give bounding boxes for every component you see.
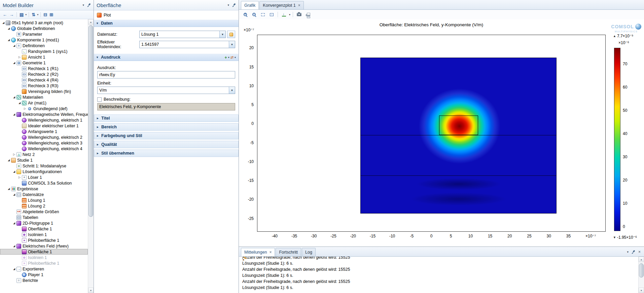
messages-tab-log[interactable]: Log: [302, 248, 316, 256]
section-qualität[interactable]: ▸Qualität: [94, 141, 239, 148]
tree-item[interactable]: Isolinien 1: [0, 255, 88, 260]
reorder-button[interactable]: ⇅: [31, 12, 36, 17]
zoom-box-button[interactable]: [259, 11, 266, 18]
tree-item[interactable]: ◢Löserkonfigurationen: [0, 169, 88, 174]
switch-dataset-button[interactable]: [227, 31, 235, 38]
replace-expression-icon[interactable]: ⇄: [230, 56, 234, 59]
ausdruck-input[interactable]: [97, 71, 235, 78]
tree-item[interactable]: Tabellen: [0, 215, 88, 220]
close-tab-icon[interactable]: ×: [298, 3, 300, 8]
collapse-arrow-icon[interactable]: ◢: [7, 187, 11, 190]
pin-icon[interactable]: [632, 250, 635, 254]
collapse-arrow-icon[interactable]: ◢: [12, 96, 16, 99]
tree-item[interactable]: Lösung 1: [0, 197, 88, 203]
collapse-arrow-icon[interactable]: ◢: [12, 44, 16, 47]
tree-item[interactable]: Wellengleichung, elektrisch 1: [0, 117, 88, 123]
tree-item[interactable]: ◢Ergebnisse: [0, 186, 88, 192]
scroll-down-icon[interactable]: ▼: [88, 288, 94, 293]
collapse-arrow-icon[interactable]: ◢: [1, 21, 5, 24]
tree-scrollbar[interactable]: ▲ ▼: [88, 19, 94, 293]
panel-menu-icon[interactable]: ▾: [82, 3, 84, 7]
pin-icon[interactable]: [87, 3, 91, 7]
tree-item[interactable]: ◢Elektrisches Feld (rfwev): [0, 243, 88, 249]
scroll-down-icon[interactable]: ▼: [639, 288, 644, 293]
snapshot-button[interactable]: [295, 11, 303, 18]
datensatz-select[interactable]: Lösung 1 ▼: [139, 31, 226, 38]
tree-item[interactable]: ▷Grundlegend (def): [0, 106, 88, 111]
tree-item[interactable]: ◢Datensätze: [0, 192, 88, 197]
plot-button[interactable]: Plot: [94, 10, 239, 20]
tree-item[interactable]: ◢Exportieren: [0, 266, 88, 272]
tree-item[interactable]: ◢Materialien: [0, 94, 88, 100]
expand-all-button[interactable]: ⊞: [49, 12, 54, 17]
tree-item[interactable]: Randsystem 1 (sys1): [0, 48, 88, 54]
section-stil-übernehmen[interactable]: ▸Stil übernehmen: [94, 150, 239, 157]
tree-item[interactable]: Pfeiloberfläche 1: [0, 260, 88, 266]
zoom-extents-button[interactable]: [268, 11, 275, 18]
graphics-tab-grafik[interactable]: Grafik: [241, 1, 259, 9]
tree-item[interactable]: ◢2D-Plotgruppe 1: [0, 220, 88, 226]
collapse-arrow-icon[interactable]: ◢: [7, 38, 11, 41]
dropdown-caret-icon[interactable]: ▾: [25, 13, 27, 16]
collapse-arrow-icon[interactable]: ◢: [12, 113, 16, 116]
tree-item[interactable]: Wellengleichung, elektrisch 2: [0, 134, 88, 140]
collapse-arrow-icon[interactable]: ◢: [12, 61, 16, 64]
dropdown-caret-icon[interactable]: ▾: [235, 56, 236, 59]
tree-item[interactable]: ◢Elektromagnetische Wellen, Frequenzbere…: [0, 111, 88, 117]
messages-tab-mitteilungen[interactable]: Mitteilungen×: [241, 248, 275, 256]
collapse-arrow-icon[interactable]: ◢: [17, 101, 22, 104]
tree-item[interactable]: ▷Netz 2: [0, 152, 88, 157]
einheit-select[interactable]: V/m ▼: [97, 87, 235, 94]
tree-item[interactable]: Rechteck 2 (R2): [0, 71, 88, 77]
beschreibung-checkbox[interactable]: [97, 97, 102, 102]
tree-item[interactable]: Isolinien 1: [0, 232, 88, 237]
tree-item[interactable]: Schritt 1: Modalanalyse: [0, 163, 88, 169]
tree-item[interactable]: ◢Studie 1: [0, 157, 88, 163]
modenindex-select[interactable]: 1.541597 ▼: [139, 41, 235, 48]
collapse-arrow-icon[interactable]: ◢: [12, 170, 16, 173]
tree-item[interactable]: Anfangswerte 1: [0, 129, 88, 134]
dropdown-caret-icon[interactable]: ▾: [228, 56, 229, 59]
collapse-arrow-icon[interactable]: ◢: [12, 267, 16, 270]
plot-canvas[interactable]: [257, 35, 606, 232]
messages-tab-fortschritt[interactable]: Fortschritt: [276, 248, 301, 256]
dropdown-caret-icon[interactable]: ▾: [37, 13, 38, 16]
tree-item[interactable]: ▷Löser 1: [0, 174, 88, 180]
tree-item[interactable]: Wellengleichung, elektrisch 3: [0, 140, 88, 146]
expand-arrow-icon[interactable]: ▷: [23, 107, 27, 110]
tree-item[interactable]: Rechteck 3 (R3): [0, 83, 88, 89]
go-to-view-button[interactable]: [280, 11, 288, 18]
forward-button[interactable]: →: [9, 12, 14, 17]
tree-item[interactable]: ◢Geometrie 1: [0, 60, 88, 66]
tree-item[interactable]: Rechteck 4 (R4): [0, 77, 88, 83]
tree-item[interactable]: Player 1: [0, 272, 88, 278]
dropdown-arrow-icon[interactable]: ▼: [229, 41, 235, 48]
panel-menu-icon[interactable]: ▾: [627, 250, 629, 254]
tree-item[interactable]: ▷Ansicht 1: [0, 54, 88, 60]
collapse-arrow-icon[interactable]: ◢: [12, 245, 16, 248]
back-button[interactable]: ←: [2, 12, 8, 17]
section-ausdruck[interactable]: ▾ Ausdruck + ▾ ⇄ ▾: [94, 54, 239, 61]
collapse-arrow-icon[interactable]: ◢: [7, 27, 11, 30]
dropdown-arrow-icon[interactable]: ▼: [219, 31, 225, 38]
zoom-out-button[interactable]: [250, 11, 258, 18]
tree-item[interactable]: Lösung 2: [0, 203, 88, 209]
section-titel[interactable]: ▸Titel: [94, 115, 239, 122]
tree-item[interactable]: COMSOL 3.5a Solution: [0, 180, 88, 186]
add-expression-icon[interactable]: +: [224, 55, 227, 60]
tree-item[interactable]: ◢05x1 hybrid 3 air.mph (root): [0, 20, 88, 26]
collapse-arrow-icon[interactable]: ◢: [12, 193, 16, 196]
dropdown-arrow-icon[interactable]: ▼: [229, 87, 235, 94]
collapse-all-button[interactable]: ⊟: [43, 12, 48, 17]
expand-arrow-icon[interactable]: ▷: [17, 56, 22, 59]
scroll-up-icon[interactable]: ▲: [88, 19, 94, 25]
tree-item[interactable]: Abgeleitete Größen: [0, 209, 88, 215]
tree-item[interactable]: Parameter: [0, 31, 88, 37]
tree-item[interactable]: Pfeiloberfläche 1: [0, 237, 88, 243]
section-bereich[interactable]: ▸Bereich: [94, 123, 239, 131]
collapse-arrow-icon[interactable]: ◢: [7, 159, 11, 162]
tree-item[interactable]: Oberfläche 1: [0, 226, 88, 232]
zoom-in-button[interactable]: [242, 11, 249, 18]
tree-item[interactable]: Berichte: [0, 278, 88, 283]
panel-menu-icon[interactable]: ▾: [227, 3, 229, 7]
